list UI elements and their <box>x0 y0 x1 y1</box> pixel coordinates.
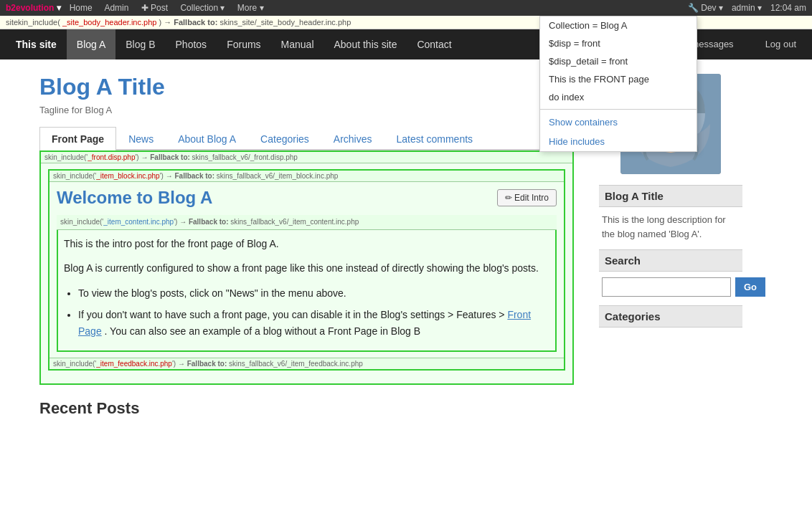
sidebar-blog-desc: This is the long description for the blo… <box>599 213 742 249</box>
tab-latest-comments[interactable]: Latest comments <box>384 127 485 150</box>
nav-post[interactable]: ✚ Post <box>141 3 168 13</box>
item-block-debug: skin_include('_item_block.inc.php') → Fa… <box>49 171 564 182</box>
admin-bar: b2evolution ▾ Home Admin ✚ Post Collecti… <box>0 0 812 16</box>
item-block-header: Welcome to Blog A ✏ Edit Intro <box>57 188 557 208</box>
search-input[interactable] <box>602 277 731 297</box>
tab-front-page[interactable]: Front Page <box>39 127 116 150</box>
dd-divider <box>540 109 697 110</box>
dd-hide-includes[interactable]: Hide includes <box>540 132 697 151</box>
tabs: Front Page News About Blog A Categories … <box>39 127 574 150</box>
nav-blog-b[interactable]: Blog B <box>115 29 165 59</box>
dd-do-index: do index <box>540 88 697 106</box>
nav-manual[interactable]: Manual <box>271 29 324 59</box>
nav-this-site[interactable]: This site <box>6 29 67 59</box>
edit-intro-button[interactable]: ✏ Edit Intro <box>497 189 557 206</box>
dd-disp: $disp = front <box>540 34 697 52</box>
clock: 12:04 am <box>770 3 806 13</box>
admin-nav: Home Admin ✚ Post Collection ▾ More ▾ <box>70 3 274 13</box>
nav-home[interactable]: Home <box>70 3 93 13</box>
brand-logo: b2evolution ▾ <box>6 3 61 13</box>
item-content: skin_include('_item_content.inc.php') → … <box>57 215 557 352</box>
content-area: Blog A Title Tagline for Blog A Front Pa… <box>0 59 588 432</box>
dd-collection: Collection = Blog A <box>540 16 697 34</box>
tab-news[interactable]: News <box>116 127 166 150</box>
nav-forums[interactable]: Forums <box>217 29 270 59</box>
content-debug-top: skin_include('_front.disp.php') → Fallba… <box>41 152 572 163</box>
dev-tool[interactable]: 🔧 Dev ▾ <box>688 3 723 13</box>
blog-title: Blog A Title <box>39 74 574 100</box>
sidebar-blog-title: Blog A Title <box>599 185 742 207</box>
tab-categories[interactable]: Categories <box>248 127 321 150</box>
debug-text: sitekin_include( _site_body_header.inc.p… <box>6 18 351 27</box>
intro-list: To view the blog's posts, click on "News… <box>78 285 549 339</box>
nav-about[interactable]: About this site <box>324 29 407 59</box>
nav-more[interactable]: More ▾ <box>237 3 264 13</box>
right-tools: 🔧 Dev ▾ admin ▾ 12:04 am <box>688 3 806 13</box>
nav-photos[interactable]: Photos <box>166 29 217 59</box>
content-box: skin_include('_front.disp.php') → Fallba… <box>39 150 574 385</box>
nav-blog-a[interactable]: Blog A <box>67 29 115 59</box>
blog-tagline: Tagline for Blog A <box>39 105 574 115</box>
dd-show-containers[interactable]: Show containers <box>540 113 697 132</box>
tab-archives[interactable]: Archives <box>321 127 384 150</box>
sidebar-search-form: Go <box>599 277 742 305</box>
dev-dropdown: Collection = Blog A $disp = front $disp_… <box>539 16 697 152</box>
dd-front-page: This is the FRONT page <box>540 70 697 88</box>
search-button[interactable]: Go <box>735 277 765 297</box>
tab-about[interactable]: About Blog A <box>166 127 248 150</box>
item-content-debug: skin_include('_item_content.inc.php') → … <box>57 215 557 230</box>
sidebar-categories-title: Categories <box>599 305 742 328</box>
nav-collection[interactable]: Collection ▾ <box>180 3 225 13</box>
bullet1: To view the blog's posts, click on "News… <box>78 285 549 301</box>
logout-link[interactable]: Log out <box>755 29 806 59</box>
nav-admin[interactable]: Admin <box>104 3 128 13</box>
welcome-title: Welcome to Blog A <box>57 188 212 208</box>
sidebar-search-title: Search <box>599 249 742 272</box>
intro-p2: Blog A is currently configured to show a… <box>64 260 549 276</box>
nav-contact[interactable]: Contact <box>407 29 461 59</box>
dd-disp-detail: $disp_detail = front <box>540 52 697 70</box>
item-feedback-debug: skin_include('_item_feedback.inc.php') →… <box>49 358 564 369</box>
intro-p1: This is the intro post for the front pag… <box>64 236 549 252</box>
item-block: skin_include('_item_block.inc.php') → Fa… <box>48 169 565 371</box>
recent-posts-title: Recent Posts <box>39 399 574 418</box>
bullet2: If you don't want to have such a front p… <box>78 307 549 339</box>
admin-user[interactable]: admin ▾ <box>732 3 762 13</box>
